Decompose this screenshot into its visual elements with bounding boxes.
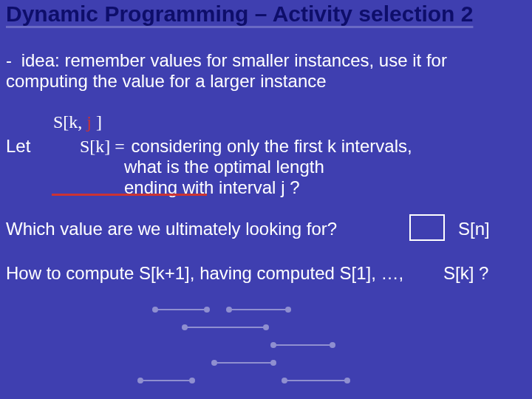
interval-endpoint xyxy=(137,378,143,383)
def1-text: considering only the first k intervals, xyxy=(126,136,412,156)
red-strikeout xyxy=(52,194,207,196)
interval-endpoint xyxy=(282,378,287,383)
interval-segment xyxy=(284,380,347,381)
interval-endpoint xyxy=(330,342,335,348)
s-k-j-expr: S[k, j ] xyxy=(53,112,102,132)
page-title: Dynamic Programming – Activity selection… xyxy=(6,1,473,27)
interval-segment xyxy=(155,309,207,310)
interval-endpoint xyxy=(285,307,291,313)
skj-suffix: ] xyxy=(92,112,102,132)
definition-line-2: what is the optimal length xyxy=(124,157,324,177)
definition-line-1: S[k] = considering only the first k inte… xyxy=(80,136,412,157)
idea-text: idea: remember values for smaller instan… xyxy=(6,50,447,91)
def3-suffix: ? xyxy=(284,177,299,197)
answer-text: S[n] xyxy=(458,219,490,239)
skj-prefix: S[k, xyxy=(53,112,82,132)
s-k-question: S[k] ? xyxy=(443,263,488,284)
interval-segment xyxy=(273,344,332,346)
interval-endpoint xyxy=(189,378,195,383)
interval-endpoint xyxy=(270,342,276,348)
interval-endpoint xyxy=(226,307,232,313)
interval-endpoint xyxy=(182,324,188,330)
idea-paragraph: - idea: remember values for smaller inst… xyxy=(6,50,523,91)
skj-j: j xyxy=(82,112,92,132)
interval-segment xyxy=(229,309,288,310)
interval-endpoint xyxy=(344,378,350,383)
interval-segment xyxy=(185,327,266,328)
question-1: Which value are we ultimately looking fo… xyxy=(6,219,337,239)
sk-eq: S[k] = xyxy=(80,137,125,156)
answer-box xyxy=(409,214,445,241)
interval-endpoint xyxy=(204,307,210,313)
interval-diagram xyxy=(140,300,362,389)
let-label: Let xyxy=(6,136,30,157)
interval-endpoint xyxy=(152,307,158,313)
idea-bullet: - xyxy=(6,50,12,70)
interval-endpoint xyxy=(270,360,276,366)
interval-segment xyxy=(214,362,273,364)
interval-endpoint xyxy=(263,324,269,330)
interval-segment xyxy=(140,380,192,381)
interval-endpoint xyxy=(211,360,217,366)
question-2: How to compute S[k+1], having computed S… xyxy=(6,263,403,284)
